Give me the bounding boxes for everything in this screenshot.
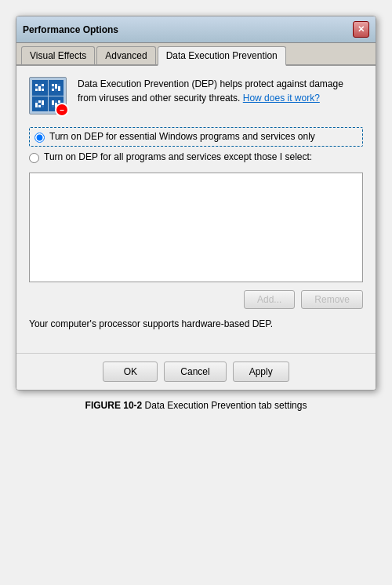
radio-input-2[interactable] xyxy=(29,153,39,163)
programs-list[interactable] xyxy=(29,173,363,282)
add-remove-row: Add... Remove xyxy=(29,290,363,309)
radio-label-2: Turn on DEP for all programs and service… xyxy=(44,151,312,162)
radio-option-2[interactable]: Turn on DEP for all programs and service… xyxy=(29,151,363,163)
tab-bar: Visual Effects Advanced Data Execution P… xyxy=(16,43,376,66)
figure-label: FIGURE 10-2 xyxy=(85,400,143,411)
add-button[interactable]: Add... xyxy=(244,290,295,309)
info-box: – Data Execution Prevention (DEP) helps … xyxy=(29,77,363,116)
close-button[interactable]: ✕ xyxy=(353,21,369,38)
tab-visual-effects[interactable]: Visual Effects xyxy=(21,46,95,64)
performance-options-window: Performance Options ✕ Visual Effects Adv… xyxy=(16,16,376,391)
tab-content: – Data Execution Prevention (DEP) helps … xyxy=(16,66,376,353)
tab-dep[interactable]: Data Execution Prevention xyxy=(158,46,286,66)
ok-button[interactable]: OK xyxy=(103,362,158,382)
radio-option-1[interactable]: Turn on DEP for essential Windows progra… xyxy=(29,127,363,147)
processor-support-text: Your computer's processor supports hardw… xyxy=(29,318,363,329)
cancel-button[interactable]: Cancel xyxy=(164,362,226,382)
radio-label-1: Turn on DEP for essential Windows progra… xyxy=(49,131,315,142)
dep-icon: – xyxy=(29,77,68,116)
radio-group: Turn on DEP for essential Windows progra… xyxy=(29,127,363,163)
how-does-it-work-link[interactable]: How does it work? xyxy=(243,93,320,104)
figure-description: Data Execution Prevention tab settings xyxy=(145,400,307,411)
radio-input-1[interactable] xyxy=(34,133,45,143)
window-title: Performance Options xyxy=(23,24,118,35)
bottom-button-bar: OK Cancel Apply xyxy=(16,353,376,390)
figure-caption: FIGURE 10-2 Data Execution Prevention ta… xyxy=(85,400,307,411)
title-bar: Performance Options ✕ xyxy=(16,16,376,43)
no-badge-icon: – xyxy=(55,103,69,117)
dep-description: Data Execution Prevention (DEP) helps pr… xyxy=(78,77,363,116)
remove-button[interactable]: Remove xyxy=(301,290,363,309)
apply-button[interactable]: Apply xyxy=(233,362,289,382)
tab-advanced[interactable]: Advanced xyxy=(96,46,155,64)
